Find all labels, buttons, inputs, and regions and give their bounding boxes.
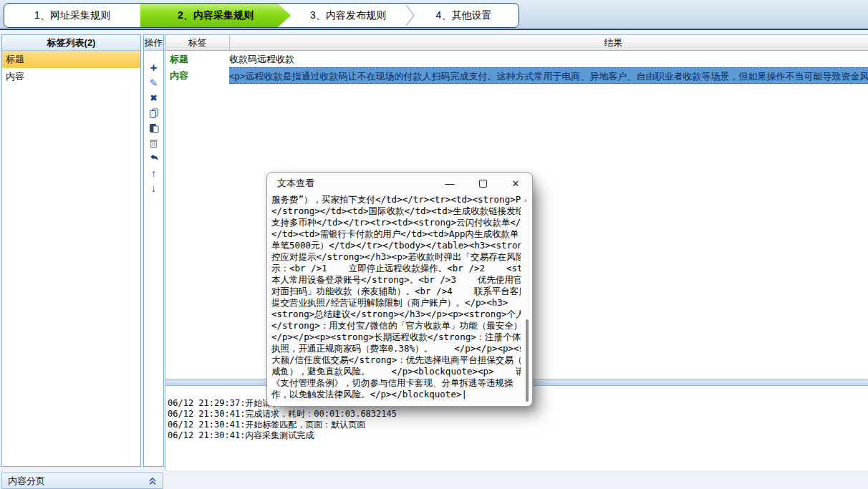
tab-other-settings[interactable]: 4、其他设置 [409, 4, 519, 27]
copy-icon[interactable] [144, 106, 163, 120]
app-window: 1、网址采集规则 2、内容采集规则 3、内容发布规则 4、其他设置 标签列表(2… [0, 0, 868, 489]
row-tag-label: 内容 [165, 67, 229, 84]
column-header-tag: 标签 [165, 35, 230, 50]
dialog-title: 文本查看 [277, 177, 314, 190]
dialog-window-controls: — ✕ [433, 173, 532, 194]
tab-content-publish-rules[interactable]: 3、内容发布规则 [291, 4, 405, 27]
dialog-text-content: 服务费”），买家拍下支付</td></tr><tr><td><strong>Pa… [271, 194, 521, 400]
table-row-title[interactable]: 标题 收款码远程收款 [165, 51, 868, 67]
log-line: 06/12 21:30:41:完成请求，耗时：00:01:03.6832145 [168, 409, 397, 420]
tab-url-collect-rules[interactable]: 1、网址采集规则 [4, 4, 140, 27]
result-table-header: 标签 结果 [165, 35, 868, 51]
column-header-result: 结果 [230, 35, 868, 50]
collapse-chevrons-up-icon[interactable] [148, 477, 157, 485]
row-result-value: 收款码远程收款 [229, 51, 868, 67]
paste-icon[interactable] [144, 121, 163, 135]
tag-list-panel: 标签列表(2) 标题 内容 [1, 34, 141, 467]
log-line: 06/12 21:30:41:开始标签匹配，页面：默认页面 [168, 420, 397, 430]
operations-title: 操作 [144, 35, 163, 51]
row-tag-label: 标题 [165, 51, 229, 67]
maximize-icon [479, 180, 487, 188]
content-pagination-bar[interactable]: 内容分页 [1, 473, 163, 489]
tab-content-collect-rules[interactable]: 2、内容采集规则 [140, 4, 291, 27]
add-icon[interactable]: + [144, 61, 163, 75]
operations-icon-list: + ✎ ✖ ↑ ↓ [144, 51, 163, 196]
tag-list-item-title[interactable]: 标题 [2, 51, 140, 68]
maximize-button[interactable] [466, 173, 499, 194]
move-down-icon[interactable]: ↓ [144, 181, 163, 195]
delete-icon[interactable]: ✖ [144, 91, 163, 105]
text-view-dialog: 文本查看 — ✕ 服务费”），买家拍下支付</td></tr><tr><td><… [266, 172, 533, 407]
undo-icon[interactable] [144, 151, 163, 165]
table-row-content[interactable]: 内容 <p>远程收款是指通过收款码让不在现场的付款人扫码完成支付。这种方式常用于… [165, 67, 868, 84]
close-icon: ✕ [512, 178, 520, 189]
close-button[interactable]: ✕ [499, 173, 532, 194]
log-line: 06/12 21:30:41:内容采集测试完成 [168, 430, 397, 441]
dialog-text-area[interactable]: 服务费”），买家拍下支付</td></tr><tr><td><strong>Pa… [271, 194, 521, 400]
tag-list-item-content[interactable]: 内容 [2, 68, 140, 85]
move-up-icon[interactable]: ↑ [144, 166, 163, 180]
scroll-up-icon[interactable]: ▲ [523, 197, 529, 203]
tag-list-title: 标签列表(2) [2, 35, 140, 51]
dialog-scrollbar-thumb[interactable] [526, 319, 529, 402]
dialog-titlebar[interactable]: 文本查看 — ✕ [267, 173, 532, 194]
operations-column: 操作 + ✎ ✖ ↑ ↓ [143, 34, 164, 467]
trash-icon[interactable] [144, 136, 163, 150]
minimize-icon: — [445, 178, 455, 189]
minimize-button[interactable]: — [433, 173, 466, 194]
wizard-tabs: 1、网址采集规则 2、内容采集规则 3、内容发布规则 4、其他设置 [4, 3, 519, 28]
row-result-value-selected: <p>远程收款是指通过收款码让不在现场的付款人扫码完成支付。这种方式常用于电商、… [229, 67, 868, 84]
wizard-tab-strip: 1、网址采集规则 2、内容采集规则 3、内容发布规则 4、其他设置 [0, 0, 868, 30]
edit-icon[interactable]: ✎ [144, 76, 163, 90]
content-pagination-label: 内容分页 [8, 475, 45, 488]
